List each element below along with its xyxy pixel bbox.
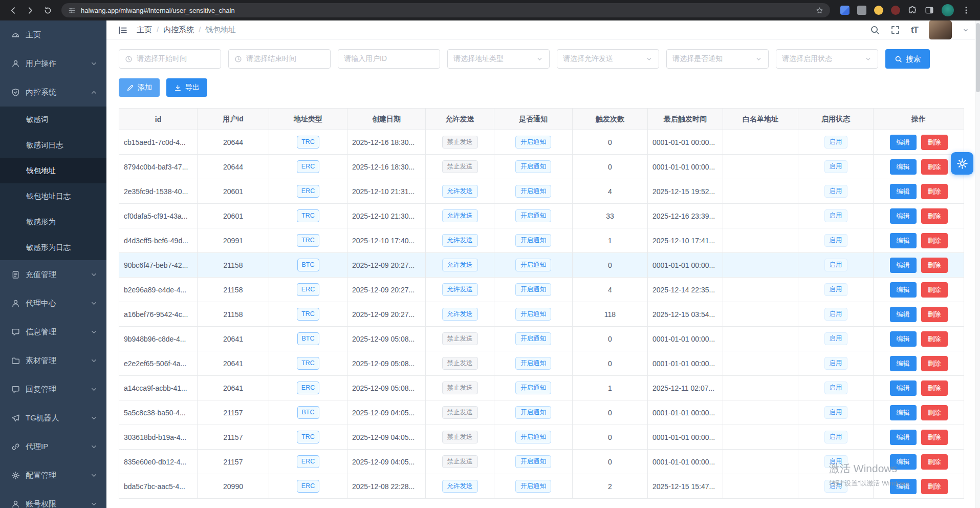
url-bar[interactable]: haiwang.app/miwang#/internal/user_sensit… [61,3,830,17]
side-panel-icon[interactable] [925,6,934,15]
edit-button[interactable]: 编辑 [890,331,917,347]
scrollbar-track[interactable] [975,20,980,508]
sidebar-subitem-sensitive-words[interactable]: 敏感词 [0,107,106,132]
sidebar-item-label: TG机器人 [26,413,59,423]
theme-settings-fab[interactable] [951,152,973,175]
edit-button[interactable]: 编辑 [890,184,917,199]
delete-button[interactable]: 删除 [921,331,948,347]
edit-button[interactable]: 编辑 [890,454,917,470]
add-button[interactable]: 添加 [119,78,160,97]
extension-icon-1[interactable] [840,6,850,15]
sidebar-subitem-sensitive-behavior[interactable]: 敏感形为 [0,209,106,235]
cell-address-type: ERC [269,179,347,204]
avatar-caret-down-icon[interactable] [963,27,969,33]
search-icon[interactable] [870,25,880,35]
extensions-puzzle-icon[interactable] [908,6,917,15]
delete-button[interactable]: 删除 [921,307,948,322]
sidebar-item-recharge-management[interactable]: 充值管理 [0,260,106,289]
table-row: 5a5c8c38-ba50-4...21157BTC2025-12-09 04:… [119,400,964,425]
sidebar-item-tg-bot[interactable]: TG机器人 [0,404,106,432]
enable-status-select[interactable]: 请选择启用状态 [776,49,878,69]
search-button[interactable]: 搜索 [885,49,930,69]
table-row: b2e96a89-e4de-4...21158ERC2025-12-09 20:… [119,278,964,302]
browser-refresh-icon[interactable] [40,3,55,18]
edit-button[interactable]: 编辑 [890,135,917,150]
notify-select[interactable]: 请选择是否通知 [666,49,769,69]
extension-icon-3[interactable] [874,6,883,15]
browser-forward-icon[interactable] [23,3,38,18]
sidebar-subitem-sensitive-word-logs[interactable]: 敏感词日志 [0,132,106,158]
delete-button[interactable]: 删除 [921,159,948,175]
cell-whitelist [723,130,798,155]
cell-notify: 开启通知 [494,278,573,302]
cell-allow-send: 允许发送 [426,302,494,327]
cell-last-trigger: 0001-01-01 00:00... [648,327,723,351]
delete-button[interactable]: 删除 [921,208,948,224]
sidebar-item-user-operations[interactable]: 用户操作 [0,49,106,78]
sidebar-item-account-permissions[interactable]: 账号权限 [0,490,106,508]
export-button-label: 导出 [185,83,200,92]
sidebar-item-home[interactable]: 主页 [0,20,106,49]
browser-menu-icon[interactable] [962,6,971,15]
extension-icon-2[interactable] [857,6,866,15]
delete-button[interactable]: 删除 [921,233,948,248]
sidebar-item-config-management[interactable]: 配置管理 [0,461,106,490]
sidebar-collapse-icon[interactable] [118,25,128,35]
browser-profile-avatar[interactable] [942,4,954,16]
sidebar-item-internal-control[interactable]: 内控系统 [0,78,106,107]
bookmark-star-icon[interactable] [816,7,823,14]
edit-button[interactable]: 编辑 [890,258,917,273]
user-avatar[interactable] [929,20,952,39]
delete-button[interactable]: 删除 [921,405,948,420]
delete-button[interactable]: 删除 [921,430,948,445]
edit-button[interactable]: 编辑 [890,208,917,224]
end-time-picker[interactable]: 请选择结束时间 [228,49,331,69]
delete-button[interactable]: 删除 [921,356,948,371]
scrollbar-thumb[interactable] [976,23,980,92]
sidebar-subitem-sensitive-behavior-logs[interactable]: 敏感形为日志 [0,235,106,260]
sidebar-item-agent-center[interactable]: 代理中心 [0,289,106,318]
column-header: 白名单地址 [723,109,798,130]
allow-send-select[interactable]: 请选择允许发送 [557,49,659,69]
edit-button[interactable]: 编辑 [890,307,917,322]
edit-button[interactable]: 编辑 [890,356,917,371]
export-button[interactable]: 导出 [166,78,207,97]
delete-button[interactable]: 删除 [921,184,948,199]
cell-whitelist [723,327,798,351]
sidebar-item-info-management[interactable]: 信息管理 [0,318,106,346]
font-size-icon[interactable]: tT [911,25,918,35]
breadcrumb-home[interactable]: 主页 [137,25,159,35]
edit-button[interactable]: 编辑 [890,405,917,420]
edit-button[interactable]: 编辑 [890,233,917,248]
edit-button[interactable]: 编辑 [890,159,917,175]
column-header: 是否通知 [494,109,573,130]
user-id-input[interactable]: 请输入用户ID [338,49,440,69]
cell-operations: 编辑删除 [874,425,964,450]
sidebar-item-proxy-ip[interactable]: 代理IP [0,432,106,461]
delete-button[interactable]: 删除 [921,258,948,273]
delete-button[interactable]: 删除 [921,380,948,396]
cell-trigger-count: 4 [573,278,648,302]
delete-button[interactable]: 删除 [921,135,948,150]
edit-button[interactable]: 编辑 [890,479,917,494]
browser-back-icon[interactable] [5,3,20,18]
delete-button[interactable]: 删除 [921,282,948,298]
sidebar-item-reply-management[interactable]: 回复管理 [0,375,106,404]
start-time-picker[interactable]: 请选择开始时间 [119,49,221,69]
edit-button[interactable]: 编辑 [890,282,917,298]
placeholder-text: 请选择结束时间 [246,54,296,64]
fullscreen-icon[interactable] [890,25,900,35]
sidebar-subitem-wallet-addresses[interactable]: 钱包地址 [0,158,106,183]
delete-button[interactable]: 删除 [921,479,948,494]
sidebar-item-material-management[interactable]: 素材管理 [0,346,106,375]
extension-icon-4[interactable] [891,6,900,15]
sidebar-subitem-wallet-address-logs[interactable]: 钱包地址日志 [0,183,106,209]
delete-button[interactable]: 删除 [921,454,948,470]
edit-button[interactable]: 编辑 [890,380,917,396]
edit-button[interactable]: 编辑 [890,430,917,445]
breadcrumb-internal-control[interactable]: 内控系统 [163,25,201,35]
cell-address-type: TRC [269,130,347,155]
wallet-address-table: id用户id地址类型创建日期允许发送是否通知触发次数最后触发时间白名单地址启用状… [119,108,964,499]
site-settings-icon[interactable] [68,7,76,14]
address-type-select[interactable]: 请选择地址类型 [447,49,550,69]
